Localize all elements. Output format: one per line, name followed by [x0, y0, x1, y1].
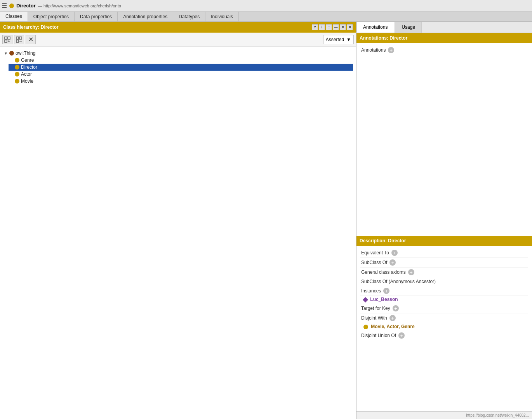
- status-bar: https://blog.csdn.net/weixin_44682...: [356, 411, 532, 419]
- annotations-empty-area: [356, 57, 532, 236]
- description-header: Description: Director: [356, 236, 532, 246]
- tree-area: ▼ owl:Thing Genre Director Actor: [0, 47, 356, 419]
- instances-add-button[interactable]: +: [383, 288, 389, 294]
- disjoint-union-row: Disjoint Union Of +: [360, 331, 528, 340]
- header-btn-close[interactable]: ✕: [347, 24, 353, 30]
- equivalent-to-add-button[interactable]: +: [391, 250, 398, 256]
- target-for-key-row: Target for Key +: [360, 304, 528, 313]
- tree-item-owl-thing[interactable]: ▼ owl:Thing: [3, 50, 353, 57]
- description-title: Description: Director: [360, 238, 406, 243]
- movie-label: Movie: [21, 78, 33, 84]
- tab-datatypes[interactable]: Datatypes: [173, 12, 205, 21]
- annotations-content: Annotations +: [356, 43, 532, 57]
- menu-icon[interactable]: ☰: [2, 2, 7, 9]
- active-entity: Director — http://www.semanticweb.org/ch…: [9, 3, 121, 9]
- genre-label: Genre: [21, 57, 34, 63]
- expand-arrow-genre: [9, 58, 13, 63]
- entity-url: — http://www.semanticweb.org/cherish/ont…: [38, 3, 121, 8]
- subclass-anonymous-row: SubClass Of (Anonymous Ancestor): [360, 277, 528, 286]
- description-content: Equivalent To + SubClass Of + General cl…: [356, 246, 532, 343]
- annotations-add-button[interactable]: +: [388, 47, 394, 53]
- luc-besson-link[interactable]: Luc_Besson: [370, 297, 398, 302]
- tab-annotations[interactable]: Annotations: [356, 22, 394, 33]
- tab-object-properties[interactable]: Object properties: [28, 12, 75, 21]
- asserted-dropdown[interactable]: Asserted ▼: [323, 35, 354, 44]
- status-url: https://blog.csdn.net/weixin_44682...: [466, 413, 529, 417]
- subclass-of-add-button[interactable]: +: [389, 259, 396, 266]
- svg-rect-7: [16, 40, 19, 42]
- equivalent-to-label: Equivalent To: [361, 250, 389, 256]
- general-class-axioms-row: General class axioms +: [360, 268, 528, 277]
- header-btn-i[interactable]: i: [319, 24, 325, 30]
- svg-rect-1: [8, 37, 10, 39]
- dropdown-arrow: ▼: [346, 37, 351, 42]
- expand-arrow-owl-thing[interactable]: ▼: [4, 51, 8, 56]
- annotations-row: Annotations +: [360, 45, 528, 55]
- left-panel: Class hierarchy: Director ? i □ — = ✕: [0, 22, 356, 419]
- disjoint-with-label: Disjoint With: [361, 315, 387, 321]
- tab-bar: Classes Object properties Data propertie…: [0, 12, 532, 22]
- tab-classes[interactable]: Classes: [0, 12, 28, 21]
- disjoint-value-row: Movie, Actor, Genre: [360, 323, 528, 331]
- collapse-all-button[interactable]: [14, 35, 24, 44]
- general-class-axioms-label: General class axioms: [361, 269, 406, 275]
- annotations-section: Annotations: Director Annotations + Desc…: [356, 33, 532, 419]
- svg-rect-2: [5, 40, 7, 42]
- tab-individuals[interactable]: Individuals: [205, 12, 239, 21]
- expand-all-button[interactable]: [2, 35, 12, 44]
- tree-item-movie[interactable]: Movie: [9, 78, 353, 85]
- expand-all-icon: [4, 36, 11, 43]
- collapse-all-icon: [16, 36, 23, 43]
- tree-item-actor[interactable]: Actor: [9, 71, 353, 78]
- class-hierarchy-controls: ? i □ — = ✕: [312, 24, 353, 30]
- disjoint-icon: [363, 325, 368, 329]
- instances-label: Instances: [361, 288, 381, 294]
- general-class-axioms-add-button[interactable]: +: [408, 269, 414, 275]
- target-for-key-label: Target for Key: [361, 306, 390, 311]
- tab-usage[interactable]: Usage: [395, 22, 422, 33]
- actor-icon: [15, 72, 19, 76]
- tab-data-properties[interactable]: Data properties: [75, 12, 118, 21]
- remove-button[interactable]: ✕: [26, 35, 36, 44]
- entity-icon: [9, 3, 14, 8]
- subclass-of-label: SubClass Of: [361, 260, 387, 265]
- right-tabs: Annotations Usage: [356, 22, 532, 33]
- disjoint-union-label: Disjoint Union Of: [361, 333, 396, 338]
- disjoint-with-row: Disjoint With +: [360, 313, 528, 323]
- annotations-title: Annotations: Director: [360, 35, 407, 41]
- subclass-anonymous-label: SubClass Of (Anonymous Ancestor): [361, 279, 436, 284]
- svg-rect-5: [16, 37, 19, 39]
- header-btn-q[interactable]: ?: [312, 24, 318, 30]
- owl-thing-label: owl:Thing: [16, 50, 35, 56]
- director-label: Director: [21, 64, 37, 70]
- header-btn-box[interactable]: □: [326, 24, 332, 30]
- tree-item-genre[interactable]: Genre: [9, 57, 353, 64]
- director-icon: [15, 65, 19, 70]
- header-btn-eq[interactable]: =: [340, 24, 346, 30]
- subclass-of-row: SubClass Of +: [360, 258, 528, 268]
- target-for-key-add-button[interactable]: +: [393, 305, 399, 311]
- owl-thing-icon: [9, 51, 14, 56]
- expand-arrow-movie: [9, 79, 13, 83]
- annotations-header: Annotations: Director: [356, 33, 532, 43]
- header-btn-min[interactable]: —: [333, 24, 339, 30]
- luc-besson-icon: [363, 297, 368, 303]
- actor-label: Actor: [21, 71, 32, 77]
- instances-row: Instances +: [360, 286, 528, 296]
- top-bar: ☰ Director — http://www.semanticweb.org/…: [0, 0, 532, 12]
- main-layout: Class hierarchy: Director ? i □ — = ✕: [0, 22, 532, 419]
- disjoint-union-add-button[interactable]: +: [398, 332, 405, 339]
- expand-arrow-director: [9, 65, 13, 70]
- expand-arrow-actor: [9, 72, 13, 76]
- disjoint-value[interactable]: Movie, Actor, Genre: [371, 324, 414, 329]
- disjoint-with-add-button[interactable]: +: [389, 315, 396, 321]
- tab-annotation-properties[interactable]: Annotation properties: [118, 12, 173, 21]
- svg-rect-6: [19, 37, 22, 39]
- tree-item-director[interactable]: Director: [9, 64, 353, 71]
- class-hierarchy-title: Class hierarchy: Director: [3, 24, 59, 30]
- class-hierarchy-header: Class hierarchy: Director ? i □ — = ✕: [0, 22, 356, 33]
- genre-icon: [15, 58, 19, 63]
- movie-icon: [15, 79, 19, 83]
- instances-value-row: Luc_Besson: [360, 296, 528, 304]
- entity-name-top: Director: [16, 3, 36, 9]
